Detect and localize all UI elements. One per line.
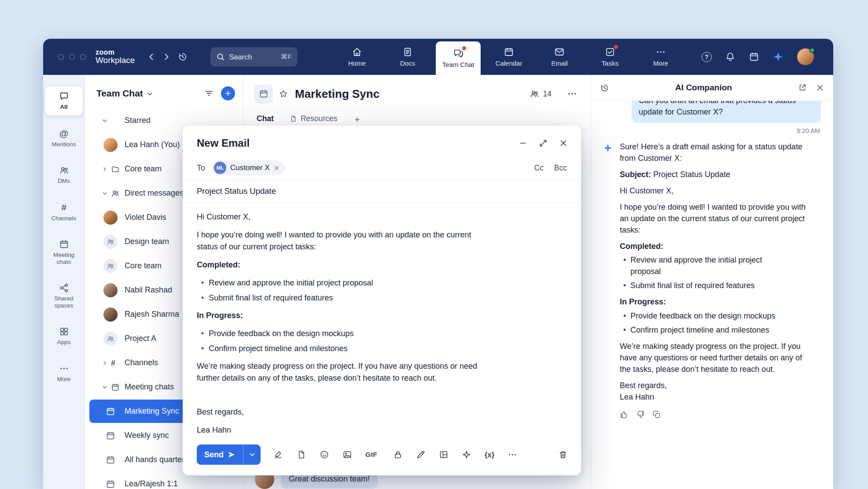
search-shortcut: ⌘F — [280, 53, 291, 61]
to-label: To — [197, 163, 205, 173]
bcc-button[interactable]: Bcc — [554, 163, 567, 173]
recipient-chip[interactable]: ML Customer X — [212, 160, 285, 175]
window-control-close[interactable] — [58, 54, 64, 60]
rail-item-dms[interactable]: DMs — [45, 160, 83, 189]
toolbar-more-icon[interactable] — [508, 450, 517, 459]
notifications-bell-icon[interactable] — [725, 52, 736, 62]
expand-icon[interactable] — [539, 139, 548, 148]
help-icon[interactable]: ? — [702, 52, 712, 62]
chat-item-label: Lea Hanh (You) — [125, 140, 180, 149]
send-button[interactable]: Send — [197, 445, 243, 465]
ai-companion-sparkle-icon[interactable] — [772, 51, 784, 63]
thumbs-up-icon[interactable] — [620, 410, 629, 419]
nav-calendar[interactable]: Calendar — [486, 39, 531, 75]
caret-right-icon[interactable] — [102, 167, 111, 172]
caret-down-icon[interactable] — [102, 385, 111, 390]
body-inprogress-list: Provide feedback on the design mockups C… — [201, 328, 483, 355]
list-item-text: Provide feedback on the design mockups — [209, 328, 353, 340]
new-chat-button[interactable] — [221, 86, 235, 100]
variables-button[interactable]: {x} — [485, 451, 494, 459]
chat-item-label: Project A — [125, 334, 156, 343]
body-greeting: Hi Customer X, — [197, 211, 478, 223]
list-item-text: Submit final list of required features — [209, 292, 333, 304]
search-input[interactable]: Search ⌘F — [210, 47, 298, 67]
zoom-workplace-window: zoom Workplace Search ⌘F — [43, 39, 833, 489]
list-item: Review and approve the initial project p… — [201, 277, 483, 289]
forward-arrow-icon[interactable] — [162, 52, 171, 61]
copy-icon[interactable] — [652, 410, 661, 419]
nav-docs[interactable]: Docs — [385, 39, 430, 75]
history-icon[interactable] — [178, 52, 188, 62]
folder-label: Core team — [125, 164, 162, 174]
primary-nav: Home Docs Team Chat Calendar — [335, 39, 683, 75]
meeting-chat-badge-icon — [254, 85, 273, 104]
email-body-editor[interactable]: Hi Customer X, I hope you’re doing well!… — [183, 203, 581, 439]
thumbs-down-icon[interactable] — [636, 410, 645, 419]
people-icon — [111, 189, 125, 198]
chat-item-label: Core team — [125, 261, 162, 270]
nav-more[interactable]: More — [638, 39, 683, 75]
members-icon[interactable] — [530, 89, 539, 99]
emoji-icon[interactable] — [320, 450, 329, 459]
cc-button[interactable]: Cc — [534, 163, 543, 173]
list-item: Submit final list of required features — [201, 292, 483, 304]
section-starred-label: Starred — [125, 116, 151, 125]
close-icon[interactable] — [816, 83, 824, 92]
rail-item-all[interactable]: All — [45, 86, 83, 115]
rail-item-mentions[interactable]: @ Mentions — [45, 123, 83, 153]
top-bar: zoom Workplace Search ⌘F — [43, 39, 833, 75]
minimize-icon[interactable] — [519, 139, 527, 148]
tasks-notification-dot — [614, 45, 618, 49]
window-control-minimize[interactable] — [69, 54, 75, 60]
edit-pencil-icon[interactable] — [416, 450, 426, 459]
nav-tasks-label: Tasks — [602, 59, 618, 67]
subject-input[interactable]: Project Status Update — [183, 180, 581, 203]
send-options-button[interactable] — [243, 445, 261, 465]
calendar-icon — [504, 47, 514, 57]
member-count[interactable]: 14 — [543, 89, 552, 99]
window-control-zoom[interactable] — [80, 54, 86, 60]
nav-team-chat[interactable]: Team Chat — [436, 41, 481, 75]
nav-home-label: Home — [348, 59, 366, 67]
chat-item-label: Marketing Sync — [125, 407, 179, 416]
list-item: Review and approve the initial project p… — [623, 255, 793, 278]
history-nav — [147, 52, 171, 61]
caret-right-icon[interactable] — [102, 360, 111, 366]
signature-icon[interactable] — [274, 450, 283, 459]
recipient-row[interactable]: To ML Customer X Cc Bcc — [183, 156, 581, 180]
remove-recipient-icon[interactable] — [274, 165, 280, 171]
template-layout-icon[interactable] — [439, 450, 449, 459]
brand-workplace: Workplace — [96, 56, 135, 65]
history-clock-icon[interactable] — [600, 83, 609, 93]
user-avatar[interactable] — [797, 48, 814, 65]
people-icon — [59, 165, 69, 175]
rail-item-channels[interactable]: # Channels — [45, 197, 83, 227]
ai-compose-sparkle-icon[interactable] — [462, 450, 471, 459]
chat-item-label: Violet Davis — [125, 213, 166, 222]
filter-icon[interactable] — [204, 89, 214, 98]
sidebar-title[interactable]: Team Chat — [96, 88, 143, 99]
back-arrow-icon[interactable] — [147, 52, 156, 61]
star-icon[interactable] — [279, 89, 288, 99]
discard-draft-icon[interactable] — [558, 450, 568, 459]
attach-file-icon[interactable] — [297, 450, 306, 459]
nav-home[interactable]: Home — [335, 39, 379, 75]
chevron-down-icon[interactable] — [147, 90, 153, 97]
rail-item-meeting-chats[interactable]: Meeting chats — [45, 234, 83, 270]
caret-down-icon[interactable] — [102, 191, 111, 196]
image-icon[interactable] — [342, 450, 352, 459]
recipient-name: Customer X — [230, 163, 270, 172]
nav-tasks[interactable]: Tasks — [588, 39, 633, 75]
close-icon[interactable] — [559, 139, 568, 148]
rail-item-apps[interactable]: Apps — [45, 322, 83, 351]
gif-button[interactable]: GIF — [365, 451, 377, 459]
list-item-text: Provide feedback on the design mockups — [630, 311, 775, 322]
chat-more-icon[interactable] — [567, 89, 577, 99]
rail-item-shared-spaces[interactable]: Shared spaces — [45, 278, 83, 314]
rail-item-more[interactable]: More — [45, 359, 83, 388]
caret-down-icon[interactable] — [102, 118, 111, 123]
schedule-calendar-icon[interactable] — [749, 52, 759, 62]
lock-icon[interactable] — [393, 450, 403, 459]
open-external-icon[interactable] — [798, 83, 807, 92]
nav-email[interactable]: Email — [537, 39, 582, 75]
